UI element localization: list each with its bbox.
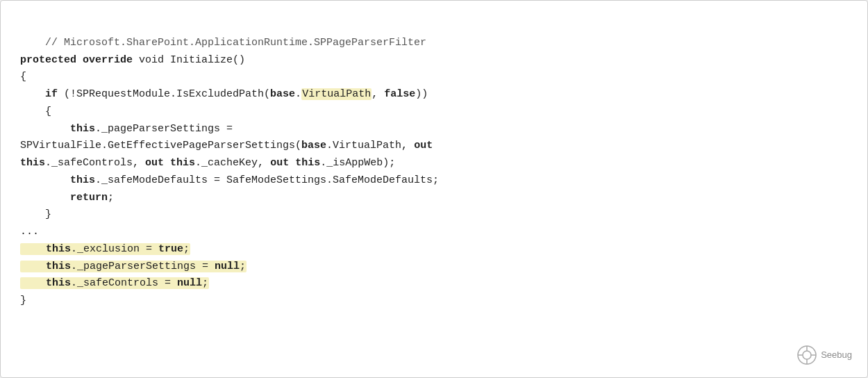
line-highlighted2: this._pageParserSettings = null; <box>20 261 247 272</box>
line-protected: protected override void Initialize() <box>20 54 245 66</box>
line-final-brace: } <box>20 295 26 306</box>
line-open-brace: { <box>20 71 26 83</box>
comment-line: // Microsoft.SharePoint.ApplicationRunti… <box>45 37 426 49</box>
code-content: // Microsoft.SharePoint.ApplicationRunti… <box>20 17 848 327</box>
line-brace2: { <box>20 106 51 117</box>
line-this-safecontrols: this._safeControls, out this._cacheKey, … <box>20 157 395 169</box>
line-this-pageparser: this._pageParserSettings = <box>20 123 233 135</box>
svg-point-1 <box>803 351 811 359</box>
seebug-badge: Seebug <box>797 345 852 365</box>
line-close-brace2: } <box>20 208 51 220</box>
line-if: if (!SPRequestModule.IsExcludedPath(base… <box>20 88 428 100</box>
line-highlighted3: this._safeControls = null; <box>20 277 209 289</box>
seebug-icon <box>797 345 817 365</box>
line-spvirtualfile: SPVirtualFile.GetEffectivePageParserSett… <box>20 140 433 151</box>
line-safemode: this._safeModeDefaults = SafeModeSetting… <box>20 174 439 186</box>
line-ellipsis: ... <box>20 226 39 238</box>
seebug-label: Seebug <box>821 347 852 362</box>
line-highlighted1: this._exclusion = true; <box>20 243 190 255</box>
line-return: return; <box>20 192 114 204</box>
code-viewer: // Microsoft.SharePoint.ApplicationRunti… <box>0 0 868 378</box>
